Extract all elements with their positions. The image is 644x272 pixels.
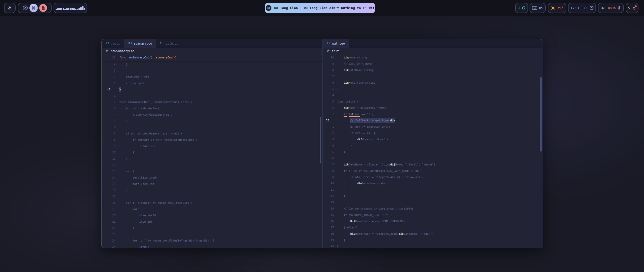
code-line[interactable]: 17 [102,193,323,200]
code-line[interactable]: 6 [102,124,323,130]
code-line[interactable]: 5) [323,86,543,92]
line-number: 2 [323,106,334,110]
code-line[interactable]: 23 [102,231,323,237]
bell-icon[interactable] [632,6,636,10]
code-line[interactable]: 10 diqHome string [323,54,543,61]
code-line[interactable]: 10 diwDataHome = abs [323,180,543,187]
tab-bar-left: rm.gosummary.gopath.go [102,39,323,48]
updates-widget[interactable]: 9 [515,3,528,13]
code-line[interactable]: 16 DitHomeTrash = env.HOME_TRASH_DIR [323,218,543,224]
code-line[interactable]: 11 } [323,187,543,193]
editor-pane-right[interactable]: path.go init 10 diqHome string9 // $XDG_… [323,39,543,248]
tab-path.go[interactable]: path.go [156,39,182,48]
code-line[interactable]: 15 if env.HOME_TRASH_DIR != "" { [323,212,543,218]
time-label: 12:31:12 [570,6,587,10]
code-line[interactable]: 4 } [102,61,323,67]
code-line[interactable]: 8 if !errors.Is(err, trash.ErrNotFound) … [102,137,323,143]
now-playing-widget[interactable]: Wu-Tang Clan - Wu-Tang Clan Ain't Nuthin… [265,3,375,13]
clock-widget[interactable]: 12:31:12 [568,3,596,13]
code-line[interactable]: 10 } [102,149,323,156]
weather-widget[interactable]: 29° [548,3,566,13]
code-line[interactable]: 5 } [323,149,543,155]
scrollbar-thumb-right[interactable] [540,77,542,152]
code-line[interactable]: 12 [102,162,323,168]
code-line[interactable]: 4 } [323,143,543,149]
code-line[interactable]: 5 ) [102,118,323,124]
sticky-context-line[interactable]: 26func newSummaryCmd() *summaryCmd { [102,54,323,61]
code-text: func init() { [337,100,359,103]
line-number: 24 [102,239,115,242]
code-line[interactable]: 4 [323,92,543,98]
code-line[interactable]: 22 ) [102,225,323,231]
code-line[interactable]: 46} [102,86,323,93]
code-line[interactable]: 7 dihDataHome = filepath.Join(dijHome, "… [323,161,543,168]
breadcrumb-symbol-label: init [332,49,339,53]
keyboard-layout-widget[interactable]: US [530,3,546,13]
code-line[interactable]: 16 ) [102,187,323,193]
browser-app-icon[interactable] [23,5,28,11]
audio-widget[interactable]: 100% [598,3,624,13]
code-line[interactable]: 1 [102,93,323,99]
code-line[interactable]: 1 return root [102,80,323,86]
notifications-widget[interactable]: 5 [626,3,638,13]
code-line[interactable]: 11 } [102,156,323,162]
tab-summary.go[interactable]: summary.go [124,39,156,48]
code-line[interactable]: 8 if d, ok := os.LookupEnv("XDG_DATA_HOM… [323,168,543,174]
code-line[interactable]: 14 totalSize int64 [102,175,323,181]
code-line[interactable]: 1 if dilHome == "" { [323,111,543,117]
line-number: 17 [323,226,334,229]
code-line[interactable]: 23 // fallback to get home dia [323,117,543,124]
code-line[interactable]: 3func init() { [323,98,543,105]
code-line[interactable]: 9 return err [102,143,323,149]
code-line[interactable]: 19 } [323,237,543,243]
code-line[interactable]: 2 didHome = os.Getenv("HOME") [323,105,543,111]
line-number: 15 [323,213,334,217]
code-line[interactable]: 20 size int64 [102,212,323,219]
code-line[interactable]: 7 if err := box.Open(); err != nil { [102,130,323,137]
breadcrumb-right[interactable]: init [323,48,543,54]
code-line[interactable]: 19 var ( [102,206,323,212]
app-launcher-button[interactable] [4,3,16,13]
scrollbar-thumb-left[interactable] [320,117,321,163]
code-line[interactable]: 3 box := trash.NewBox( [102,105,323,112]
tab-rm.go[interactable]: rm.go [102,39,124,48]
code-line[interactable]: 1 u, err := user.Current() [323,124,543,130]
code-line[interactable]: 13 [323,199,543,206]
code-line[interactable]: 17 } else { [323,224,543,231]
code-line[interactable]: 18 DiyHomeTrash = filepath.Join(dioDataH… [323,231,543,237]
code-line[interactable]: 15 totalItem int [102,181,323,187]
code-line[interactable]: 25 item++ [102,244,323,248]
code-line[interactable]: 14 // Can be changed by environment vari… [323,206,543,212]
code-text: return root [119,82,144,85]
line-number: 11 [102,157,115,160]
line-number: 2 [102,75,115,79]
code-line[interactable]: 2 root.cmd = cmd [102,74,323,80]
editor-pane-left[interactable]: rm.gosummary.gopath.go newSummaryCmd 26f… [102,39,323,248]
code-line[interactable]: 13 var ( [102,168,323,175]
code-line[interactable]: 2func summaryCmdRun(_ summaryOptions) er… [102,99,323,105]
code-line[interactable]: 6 DigHomeTrash string [323,80,543,86]
code-line[interactable]: 3 [102,67,323,74]
code-text: root.cmd = cmd [119,75,149,79]
code-line[interactable]: 9 if abs, err := filepath.Abs(d); err ==… [323,174,543,180]
code-line[interactable]: 3 difHome = u.HomeDir [323,136,543,143]
code-text: } [119,88,121,91]
file-manager-app-icon[interactable] [39,4,47,12]
code-line[interactable]: 9 // $XDG_DATA_HOME [323,61,543,67]
code-area-left[interactable]: 4 }32 root.cmd = cmd1 return root46}12fu… [102,61,323,248]
code-line[interactable]: 24 for _, f := range box.FilesByTrashDir… [102,237,323,244]
line-number: 9 [323,176,334,179]
code-line[interactable]: 12 } [323,193,543,199]
code-area-right[interactable]: 10 diqHome string9 // $XDG_DATA_HOME8 di… [323,54,543,248]
code-line[interactable]: 18 for i, trashDir := range box.TrashDir… [102,200,323,206]
code-line[interactable]: 2 if err == nil { [323,130,543,136]
tab-path.go[interactable]: path.go [323,39,349,48]
code-line[interactable]: 20} [323,243,543,248]
code-line[interactable]: 21 item int [102,219,323,225]
neovim-app-icon[interactable]: N [29,4,38,12]
code-line[interactable]: 6 [323,155,543,161]
code-line[interactable]: 7 [323,73,543,80]
code-line[interactable]: 4 trash.WithGetSize(true), [102,112,323,118]
breadcrumb-left[interactable]: newSummaryCmd [102,48,323,54]
code-line[interactable]: 8 dikDataHome string [323,67,543,73]
